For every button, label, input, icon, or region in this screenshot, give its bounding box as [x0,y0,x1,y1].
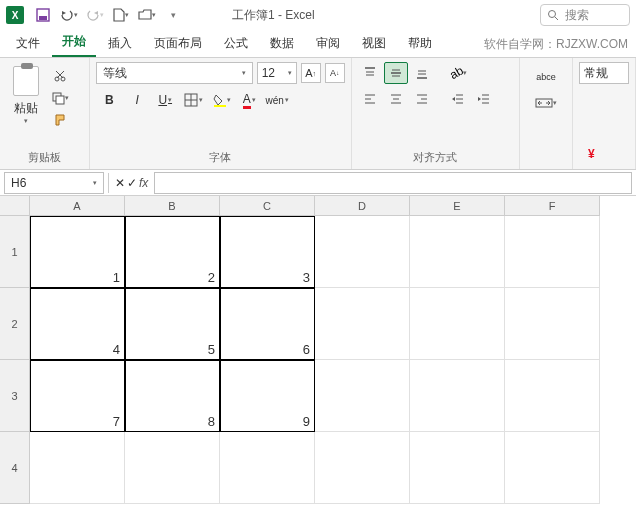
undo-icon[interactable]: ▾ [58,4,80,26]
group-font: 等线▾ 12▾ A↑ A↓ B I U▾ ▾ ▾ A▾ wén▾ 字体 [90,58,351,169]
bold-button[interactable]: B [96,88,122,112]
copy-icon[interactable]: ▾ [50,88,70,108]
tab-view[interactable]: 视图 [352,30,396,57]
cell[interactable]: 7 [30,360,125,432]
group-clipboard: 粘贴 ▾ ▾ 剪贴板 [0,58,90,169]
underline-button[interactable]: U▾ [152,88,178,112]
col-header[interactable]: E [410,196,505,216]
italic-button[interactable]: I [124,88,150,112]
cell[interactable] [315,216,410,288]
cell[interactable] [505,360,600,432]
cell[interactable]: 5 [125,288,220,360]
cell[interactable] [505,216,600,288]
increase-font-icon[interactable]: A↑ [301,63,321,83]
cell[interactable]: 6 [220,288,315,360]
wrap-text-icon[interactable]: abce [531,66,561,88]
row-header[interactable]: 1 [0,216,30,288]
col-header[interactable]: C [220,196,315,216]
cell[interactable] [505,432,600,504]
cell[interactable] [410,216,505,288]
cut-icon[interactable] [50,66,70,86]
cell[interactable] [315,288,410,360]
row-header[interactable]: 3 [0,360,30,432]
select-all-corner[interactable] [0,196,30,216]
align-left-icon[interactable] [358,88,382,110]
tab-formulas[interactable]: 公式 [214,30,258,57]
cell[interactable]: 3 [220,216,315,288]
tab-layout[interactable]: 页面布局 [144,30,212,57]
cell[interactable]: 2 [125,216,220,288]
decrease-font-icon[interactable]: A↓ [325,63,345,83]
cell[interactable] [315,432,410,504]
cell[interactable] [410,288,505,360]
col-header[interactable]: F [505,196,600,216]
open-icon[interactable]: ▾ [136,4,158,26]
tab-help[interactable]: 帮助 [398,30,442,57]
svg-line-3 [555,17,558,20]
phonetic-button[interactable]: wén▾ [264,88,290,112]
align-bottom-icon[interactable] [410,62,434,84]
cell[interactable] [505,288,600,360]
svg-text:ab: ab [449,66,463,80]
new-file-icon[interactable]: ▾ [110,4,132,26]
border-button[interactable]: ▾ [180,88,206,112]
group-number: 常规 ¥ [573,58,636,169]
search-placeholder: 搜索 [565,7,589,24]
font-family-select[interactable]: 等线▾ [96,62,252,84]
cell[interactable] [30,432,125,504]
qat-customize-icon[interactable]: ▾ [162,4,184,26]
cell[interactable] [410,360,505,432]
cell[interactable]: 8 [125,360,220,432]
align-top-icon[interactable] [358,62,382,84]
name-box[interactable]: H6▾ [4,172,104,194]
window-title: 工作簿1 - Excel [232,7,315,24]
cell[interactable]: 1 [30,216,125,288]
formula-bar: H6▾ ✕ ✓ fx [0,170,636,196]
tab-file[interactable]: 文件 [6,30,50,57]
cell[interactable] [125,432,220,504]
align-middle-icon[interactable] [384,62,408,84]
enter-icon[interactable]: ✓ [127,176,137,190]
tab-insert[interactable]: 插入 [98,30,142,57]
ribbon: 粘贴 ▾ ▾ 剪贴板 等线▾ 12▾ A↑ A↓ B I U▾ ▾ [0,58,636,170]
col-header[interactable]: D [315,196,410,216]
decrease-indent-icon[interactable] [446,88,470,110]
cell[interactable] [220,432,315,504]
orientation-icon[interactable]: ab▾ [446,62,470,84]
currency-icon[interactable]: ¥ [579,143,607,165]
save-icon[interactable] [32,4,54,26]
align-center-icon[interactable] [384,88,408,110]
increase-indent-icon[interactable] [472,88,496,110]
chevron-down-icon: ▾ [24,117,28,125]
font-color-button[interactable]: A▾ [236,88,262,112]
cell[interactable] [315,360,410,432]
svg-rect-1 [39,16,47,20]
fill-color-button[interactable]: ▾ [208,88,234,112]
merge-center-icon[interactable]: ▾ [531,92,561,114]
cell[interactable]: 4 [30,288,125,360]
cancel-icon[interactable]: ✕ [115,176,125,190]
tab-review[interactable]: 审阅 [306,30,350,57]
excel-icon: X [6,6,24,24]
group-alignment: ab▾ 对齐方式 [352,58,520,169]
tab-data[interactable]: 数据 [260,30,304,57]
cell[interactable]: 9 [220,360,315,432]
tab-home[interactable]: 开始 [52,28,96,57]
font-size-select[interactable]: 12▾ [257,62,297,84]
search-box[interactable]: 搜索 [540,4,630,26]
redo-icon[interactable]: ▾ [84,4,106,26]
cell[interactable] [410,432,505,504]
row-header[interactable]: 2 [0,288,30,360]
fx-icon[interactable]: fx [139,176,148,190]
group-label-align: 对齐方式 [358,148,513,167]
svg-rect-13 [214,105,226,107]
align-right-icon[interactable] [410,88,434,110]
paste-button[interactable]: 粘贴 ▾ [6,66,46,130]
svg-rect-9 [56,96,64,104]
number-format-select[interactable]: 常规 [579,62,629,84]
format-painter-icon[interactable] [50,110,70,130]
row-header[interactable]: 4 [0,432,30,504]
formula-input[interactable] [154,172,632,194]
col-header[interactable]: A [30,196,125,216]
col-header[interactable]: B [125,196,220,216]
